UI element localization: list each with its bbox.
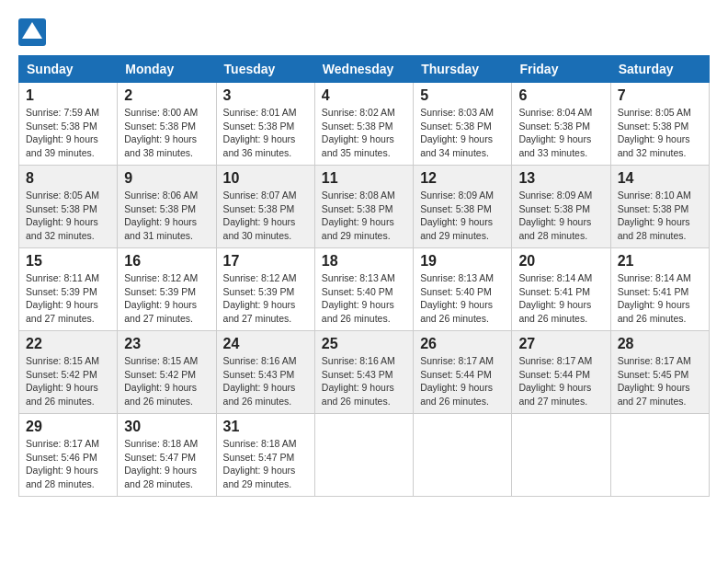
day-info: Sunrise: 8:10 AM Sunset: 5:38 PM Dayligh… (618, 189, 702, 243)
day-number: 20 (518, 253, 603, 270)
day-number: 7 (618, 87, 702, 104)
day-info: Sunrise: 8:18 AM Sunset: 5:47 PM Dayligh… (124, 437, 209, 491)
day-number: 17 (223, 253, 308, 270)
calendar-day-cell: 4Sunrise: 8:02 AM Sunset: 5:38 PM Daylig… (314, 83, 413, 166)
day-number: 14 (618, 170, 702, 187)
logo-icon (18, 18, 46, 46)
calendar-week-row: 29Sunrise: 8:17 AM Sunset: 5:46 PM Dayli… (19, 414, 710, 497)
day-number: 24 (223, 336, 308, 352)
calendar-day-cell: 20Sunrise: 8:14 AM Sunset: 5:41 PM Dayli… (512, 248, 610, 331)
calendar-day-cell: 25Sunrise: 8:16 AM Sunset: 5:43 PM Dayli… (314, 331, 413, 414)
day-info: Sunrise: 8:17 AM Sunset: 5:44 PM Dayligh… (518, 354, 603, 408)
day-info: Sunrise: 8:09 AM Sunset: 5:38 PM Dayligh… (420, 189, 505, 243)
day-info: Sunrise: 8:16 AM Sunset: 5:43 PM Dayligh… (223, 354, 308, 408)
calendar-day-cell: 17Sunrise: 8:12 AM Sunset: 5:39 PM Dayli… (216, 248, 314, 331)
day-number: 31 (223, 419, 308, 435)
calendar-week-row: 8Sunrise: 8:05 AM Sunset: 5:38 PM Daylig… (19, 166, 710, 248)
calendar-day-cell: 15Sunrise: 8:11 AM Sunset: 5:39 PM Dayli… (19, 248, 118, 331)
calendar-table: SundayMondayTuesdayWednesdayThursdayFrid… (18, 55, 710, 497)
day-info: Sunrise: 8:17 AM Sunset: 5:45 PM Dayligh… (618, 354, 702, 408)
day-number: 21 (618, 253, 702, 270)
weekday-header-cell: Wednesday (314, 56, 413, 83)
weekday-header-cell: Tuesday (216, 56, 314, 83)
day-number: 18 (322, 253, 406, 270)
calendar-day-cell: 11Sunrise: 8:08 AM Sunset: 5:38 PM Dayli… (314, 166, 413, 248)
calendar-day-cell: 22Sunrise: 8:15 AM Sunset: 5:42 PM Dayli… (19, 331, 118, 414)
day-info: Sunrise: 8:16 AM Sunset: 5:43 PM Dayligh… (322, 354, 406, 408)
day-number: 5 (420, 87, 505, 104)
calendar-day-cell: 7Sunrise: 8:05 AM Sunset: 5:38 PM Daylig… (610, 83, 709, 166)
day-number: 16 (124, 253, 209, 270)
day-number: 9 (124, 170, 209, 187)
day-number: 23 (124, 336, 209, 352)
day-info: Sunrise: 8:04 AM Sunset: 5:38 PM Dayligh… (518, 106, 603, 160)
day-number: 10 (223, 170, 308, 187)
weekday-header-row: SundayMondayTuesdayWednesdayThursdayFrid… (19, 56, 710, 83)
calendar-day-cell (512, 414, 610, 497)
calendar-day-cell: 13Sunrise: 8:09 AM Sunset: 5:38 PM Dayli… (512, 166, 610, 248)
calendar-week-row: 1Sunrise: 7:59 AM Sunset: 5:38 PM Daylig… (19, 83, 710, 166)
day-number: 11 (322, 170, 406, 187)
day-number: 2 (124, 87, 209, 104)
calendar-day-cell: 19Sunrise: 8:13 AM Sunset: 5:40 PM Dayli… (414, 248, 512, 331)
day-info: Sunrise: 8:15 AM Sunset: 5:42 PM Dayligh… (124, 354, 209, 408)
day-info: Sunrise: 8:11 AM Sunset: 5:39 PM Dayligh… (26, 271, 110, 326)
weekday-header-cell: Saturday (610, 56, 709, 83)
calendar-day-cell: 28Sunrise: 8:17 AM Sunset: 5:45 PM Dayli… (610, 331, 709, 414)
day-info: Sunrise: 8:07 AM Sunset: 5:38 PM Dayligh… (223, 189, 308, 243)
calendar-day-cell: 27Sunrise: 8:17 AM Sunset: 5:44 PM Dayli… (512, 331, 610, 414)
calendar-day-cell (314, 414, 413, 497)
calendar-day-cell: 12Sunrise: 8:09 AM Sunset: 5:38 PM Dayli… (414, 166, 512, 248)
day-number: 4 (322, 87, 406, 104)
day-info: Sunrise: 8:13 AM Sunset: 5:40 PM Dayligh… (322, 271, 406, 326)
day-info: Sunrise: 8:05 AM Sunset: 5:38 PM Dayligh… (618, 106, 702, 160)
day-info: Sunrise: 8:03 AM Sunset: 5:38 PM Dayligh… (420, 106, 505, 160)
day-info: Sunrise: 8:05 AM Sunset: 5:38 PM Dayligh… (26, 189, 110, 243)
calendar-day-cell: 24Sunrise: 8:16 AM Sunset: 5:43 PM Dayli… (216, 331, 314, 414)
day-info: Sunrise: 7:59 AM Sunset: 5:38 PM Dayligh… (26, 106, 110, 160)
day-info: Sunrise: 8:17 AM Sunset: 5:44 PM Dayligh… (420, 354, 505, 408)
day-info: Sunrise: 8:17 AM Sunset: 5:46 PM Dayligh… (26, 437, 110, 491)
calendar-day-cell (610, 414, 709, 497)
page-header (18, 18, 710, 46)
weekday-header-cell: Monday (118, 56, 216, 83)
calendar-day-cell: 10Sunrise: 8:07 AM Sunset: 5:38 PM Dayli… (216, 166, 314, 248)
calendar-day-cell: 8Sunrise: 8:05 AM Sunset: 5:38 PM Daylig… (19, 166, 118, 248)
calendar-day-cell (414, 414, 512, 497)
weekday-header-cell: Sunday (19, 56, 118, 83)
calendar-day-cell: 3Sunrise: 8:01 AM Sunset: 5:38 PM Daylig… (216, 83, 314, 166)
day-number: 27 (518, 336, 603, 352)
day-info: Sunrise: 8:06 AM Sunset: 5:38 PM Dayligh… (124, 189, 209, 243)
day-number: 19 (420, 253, 505, 270)
day-number: 26 (420, 336, 505, 352)
day-info: Sunrise: 8:08 AM Sunset: 5:38 PM Dayligh… (322, 189, 406, 243)
calendar-day-cell: 29Sunrise: 8:17 AM Sunset: 5:46 PM Dayli… (19, 414, 118, 497)
day-number: 13 (518, 170, 603, 187)
day-info: Sunrise: 8:02 AM Sunset: 5:38 PM Dayligh… (322, 106, 406, 160)
calendar-day-cell: 5Sunrise: 8:03 AM Sunset: 5:38 PM Daylig… (414, 83, 512, 166)
day-number: 22 (26, 336, 110, 352)
day-info: Sunrise: 8:12 AM Sunset: 5:39 PM Dayligh… (124, 271, 209, 326)
calendar-day-cell: 6Sunrise: 8:04 AM Sunset: 5:38 PM Daylig… (512, 83, 610, 166)
day-number: 15 (26, 253, 110, 270)
calendar-day-cell: 18Sunrise: 8:13 AM Sunset: 5:40 PM Dayli… (314, 248, 413, 331)
day-number: 3 (223, 87, 308, 104)
calendar-day-cell: 2Sunrise: 8:00 AM Sunset: 5:38 PM Daylig… (118, 83, 216, 166)
day-info: Sunrise: 8:14 AM Sunset: 5:41 PM Dayligh… (618, 271, 702, 326)
weekday-header-cell: Friday (512, 56, 610, 83)
day-info: Sunrise: 8:15 AM Sunset: 5:42 PM Dayligh… (26, 354, 110, 408)
calendar-day-cell: 16Sunrise: 8:12 AM Sunset: 5:39 PM Dayli… (118, 248, 216, 331)
calendar-day-cell: 14Sunrise: 8:10 AM Sunset: 5:38 PM Dayli… (610, 166, 709, 248)
day-number: 1 (26, 87, 110, 104)
day-info: Sunrise: 8:00 AM Sunset: 5:38 PM Dayligh… (124, 106, 209, 160)
calendar-week-row: 22Sunrise: 8:15 AM Sunset: 5:42 PM Dayli… (19, 331, 710, 414)
day-number: 12 (420, 170, 505, 187)
day-info: Sunrise: 8:14 AM Sunset: 5:41 PM Dayligh… (518, 271, 603, 326)
calendar-day-cell: 23Sunrise: 8:15 AM Sunset: 5:42 PM Dayli… (118, 331, 216, 414)
logo (18, 18, 50, 46)
day-info: Sunrise: 8:12 AM Sunset: 5:39 PM Dayligh… (223, 271, 308, 326)
calendar-day-cell: 31Sunrise: 8:18 AM Sunset: 5:47 PM Dayli… (216, 414, 314, 497)
day-info: Sunrise: 8:01 AM Sunset: 5:38 PM Dayligh… (223, 106, 308, 160)
day-info: Sunrise: 8:13 AM Sunset: 5:40 PM Dayligh… (420, 271, 505, 326)
day-number: 8 (26, 170, 110, 187)
